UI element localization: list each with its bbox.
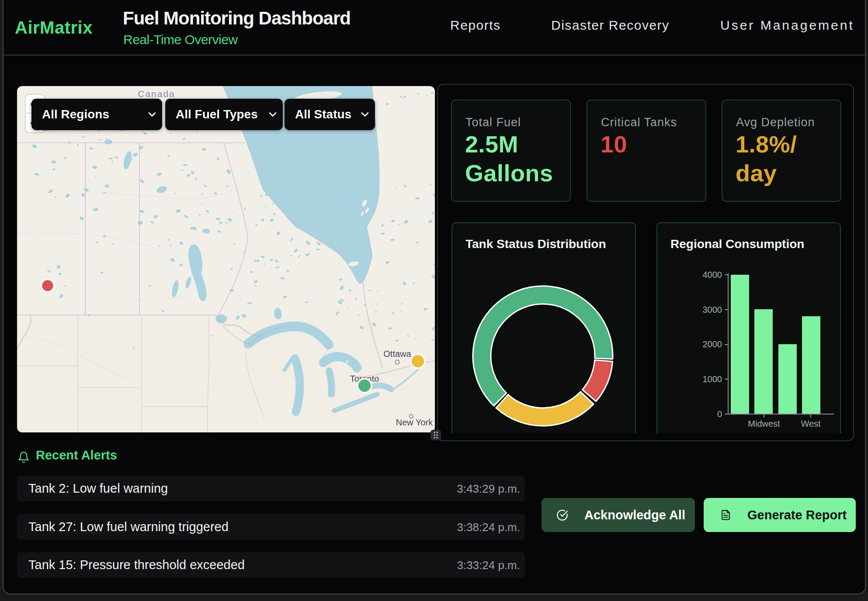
- svg-text:New York: New York: [396, 418, 433, 427]
- svg-text:3000: 3000: [703, 305, 722, 314]
- svg-text:1000: 1000: [703, 374, 722, 384]
- svg-text:2000: 2000: [703, 339, 722, 349]
- svg-text:4000: 4000: [703, 270, 722, 280]
- svg-text:Ottawa: Ottawa: [383, 349, 411, 359]
- svg-text:West: West: [801, 419, 821, 428]
- svg-text:0: 0: [717, 409, 722, 419]
- svg-text:Midwest: Midwest: [748, 419, 780, 428]
- svg-text:Canada: Canada: [138, 89, 175, 99]
